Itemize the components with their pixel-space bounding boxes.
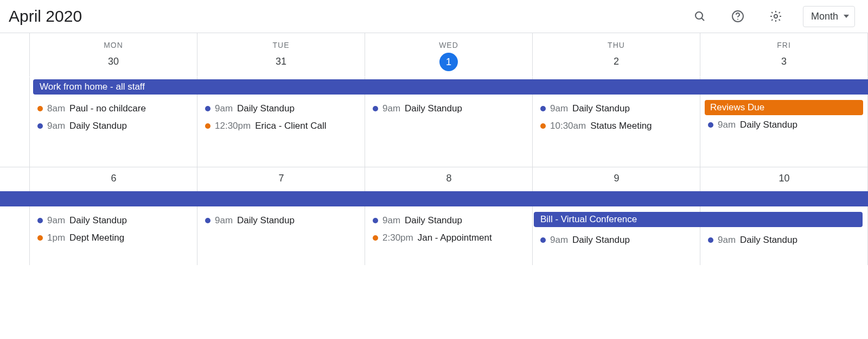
event-title: Daily Standup	[69, 215, 127, 226]
event-dot-icon	[540, 106, 546, 111]
svg-point-4	[774, 15, 777, 18]
day-number[interactable]: 9	[533, 173, 700, 184]
event-dot-icon	[373, 218, 378, 223]
event-title: Daily Standup	[740, 235, 797, 246]
timed-event[interactable]: 9amDaily Standup	[700, 231, 867, 249]
event-time: 9am	[718, 235, 736, 246]
event-dot-icon	[205, 106, 210, 111]
dow-wed: WED	[365, 33, 533, 53]
day-number[interactable]: 2	[533, 53, 700, 77]
gutter	[0, 77, 30, 167]
chevron-down-icon	[844, 15, 849, 18]
allday-event-bar[interactable]: Bill - Virtual Conference	[534, 212, 863, 227]
timed-event[interactable]: 9amDaily Standup	[533, 100, 700, 117]
help-icon[interactable]	[727, 5, 749, 27]
day-number[interactable]: 30	[30, 53, 197, 77]
header-actions: Month	[689, 5, 855, 27]
event-dot-icon	[37, 123, 43, 129]
event-title: Reviews Due	[710, 102, 764, 113]
event-time: 1pm	[47, 233, 65, 243]
timed-event[interactable]: 9amDaily Standup	[197, 100, 365, 117]
day-number[interactable]: 8	[365, 173, 533, 184]
day-number[interactable]: 10	[700, 173, 868, 184]
dow-tue: TUE	[197, 33, 365, 53]
event-dot-icon	[540, 237, 546, 243]
event-time: 9am	[47, 121, 65, 131]
event-dot-icon	[37, 235, 43, 241]
event-title: Daily Standup	[69, 121, 127, 131]
event-dot-icon	[205, 123, 210, 129]
gutter	[0, 33, 30, 53]
allday-event-chip[interactable]: Reviews Due	[705, 100, 863, 115]
timed-event[interactable]: 9amDaily Standup	[700, 116, 867, 134]
event-time: 9am	[718, 120, 736, 130]
timed-event[interactable]: 9amDaily Standup	[30, 117, 197, 135]
day-number[interactable]: 7	[197, 173, 365, 184]
dow-thu: THU	[533, 33, 700, 53]
allday-event-bar[interactable]	[0, 191, 868, 206]
timed-event[interactable]: 9amDaily Standup	[365, 212, 532, 229]
day-number[interactable]: 3	[700, 53, 868, 77]
timed-event[interactable]: 10:30amStatus Meeting	[533, 117, 700, 135]
svg-line-1	[701, 18, 704, 21]
event-title: Daily Standup	[237, 103, 295, 114]
day-number[interactable]: 31	[197, 53, 365, 77]
calendar-grid: MON TUE WED THU FRI 30 31 1 2 3 8amPaul …	[0, 33, 868, 265]
event-title: Erica - Client Call	[255, 121, 326, 131]
event-dot-icon	[373, 235, 378, 241]
timed-event[interactable]: 12:30pmErica - Client Call	[197, 117, 365, 135]
event-title: Daily Standup	[572, 235, 630, 246]
timed-event[interactable]: 1pmDept Meeting	[30, 229, 197, 247]
event-title: Daily Standup	[237, 215, 295, 226]
timed-event[interactable]: 8amPaul - no childcare	[30, 100, 197, 117]
event-time: 10:30am	[550, 121, 586, 131]
svg-point-0	[695, 12, 703, 19]
event-title: Jan - Appointment	[418, 233, 492, 243]
gutter	[0, 167, 30, 265]
week-row: 9amDaily Standup1pmDept Meeting 9amDaily…	[0, 167, 868, 265]
timed-event[interactable]: 9amDaily Standup	[533, 231, 700, 249]
event-title: Daily Standup	[740, 120, 797, 130]
event-time: 9am	[382, 215, 400, 226]
event-time: 9am	[215, 103, 233, 114]
svg-point-3	[737, 19, 738, 20]
event-dot-icon	[205, 218, 210, 223]
event-title: Dept Meeting	[69, 233, 124, 243]
event-time: 9am	[215, 215, 233, 226]
timed-event[interactable]: 2:30pmJan - Appointment	[365, 229, 532, 247]
event-dot-icon	[37, 218, 43, 223]
allday-event-bar[interactable]: Work from home - all staff	[33, 79, 868, 95]
event-time: 9am	[550, 235, 568, 246]
event-dot-icon	[540, 123, 546, 129]
gutter	[0, 53, 30, 77]
event-title: Daily Standup	[405, 103, 462, 114]
event-time: 9am	[47, 215, 65, 226]
day-number-today[interactable]: 1	[365, 53, 533, 77]
dow-fri: FRI	[700, 33, 868, 53]
event-title: Status Meeting	[590, 121, 652, 131]
timed-event[interactable]: 9amDaily Standup	[197, 212, 365, 229]
event-time: 9am	[382, 103, 400, 114]
timed-event[interactable]: 9amDaily Standup	[365, 100, 532, 117]
view-range-select[interactable]: Month	[803, 6, 855, 27]
page-title: April 2020	[9, 7, 82, 26]
event-dot-icon	[37, 106, 43, 111]
event-time: 9am	[550, 103, 568, 114]
event-dot-icon	[708, 237, 713, 243]
week-row: 8amPaul - no childcare9amDaily Standup 9…	[0, 77, 868, 167]
event-title: Paul - no childcare	[69, 103, 146, 114]
event-time: 12:30pm	[215, 121, 251, 131]
event-dot-icon	[708, 122, 713, 128]
app-header: April 2020 Month	[0, 0, 868, 33]
event-dot-icon	[373, 106, 378, 111]
day-number[interactable]: 6	[30, 173, 197, 184]
settings-gear-icon[interactable]	[765, 5, 787, 27]
event-time: 8am	[47, 103, 65, 114]
search-icon[interactable]	[689, 5, 711, 27]
dow-mon: MON	[30, 33, 197, 53]
event-time: 2:30pm	[382, 233, 413, 243]
view-range-label: Month	[811, 11, 838, 22]
event-title: Daily Standup	[405, 215, 462, 226]
timed-event[interactable]: 9amDaily Standup	[30, 212, 197, 229]
event-title: Daily Standup	[572, 103, 630, 114]
